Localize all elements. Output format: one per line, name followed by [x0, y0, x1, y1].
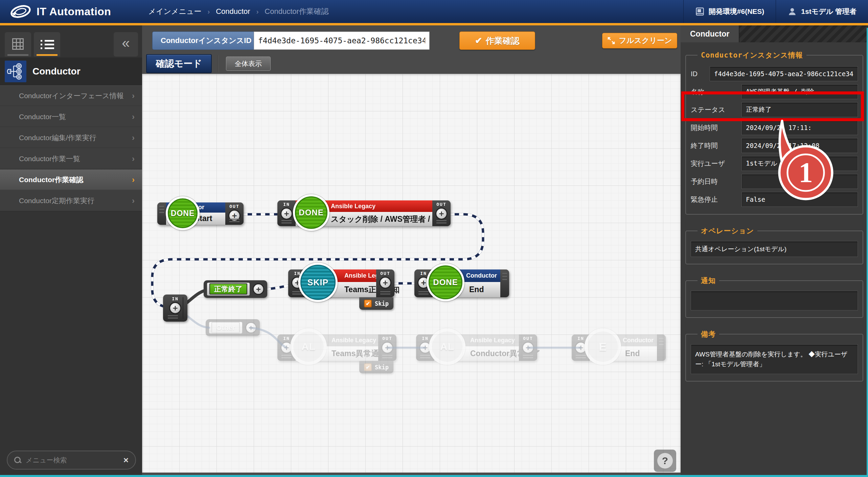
- field-value: [741, 174, 858, 189]
- out-port[interactable]: OUT +: [432, 200, 451, 226]
- info-field-row: ID f4d4e3de-1695-4075-aea2-986cc121ce34: [691, 66, 858, 81]
- app-logo[interactable]: IT Automation: [0, 3, 124, 20]
- sidebar-item-label: Conductor作業一覧: [19, 154, 80, 164]
- breadcrumb-conductor[interactable]: Conductor: [216, 7, 250, 16]
- sidebar-menu-item[interactable]: Conductor一覧 ›: [0, 106, 142, 127]
- work-confirm-button[interactable]: ✔ 作業確認: [459, 31, 535, 50]
- out-port[interactable]: OUT +: [378, 334, 396, 361]
- node-end-success[interactable]: IN + Conductor End DONE: [414, 269, 509, 297]
- search-icon: [14, 457, 21, 463]
- connection-wires: [142, 74, 681, 473]
- note-group: 備考 AWS管理者基盤の削除を実行します。 ◆実行ユーザー: 「1stモデル管理…: [685, 329, 863, 382]
- logo-swirl-icon: [9, 3, 32, 20]
- in-port[interactable]: IN +: [277, 200, 296, 226]
- chevron-right-icon: ›: [132, 175, 135, 185]
- port-connector-icon: +: [280, 342, 293, 354]
- node-teams-error-notify[interactable]: IN + Ansible Legacy Teams異常通知 OUT + AL: [277, 334, 396, 361]
- sidebar-item-label: Conductor編集/作業実行: [19, 133, 96, 143]
- out-port[interactable]: OUT +: [519, 334, 537, 361]
- skip-flag-tag[interactable]: ✔ Skip: [359, 361, 393, 373]
- breadcrumb-main-menu[interactable]: メインメニュー: [148, 6, 201, 17]
- chevron-right-icon: ›: [132, 133, 135, 143]
- skip-flag-tag[interactable]: ✔ Skip: [359, 297, 393, 310]
- status-badge-done: DONE: [295, 196, 327, 229]
- sidebar-menu-group[interactable]: S Conductor: [0, 58, 142, 85]
- sidebar-menu-item[interactable]: Conductor定期作業実行 ›: [0, 190, 142, 211]
- screen: IT Automation メインメニュー › Conductor › Cond…: [0, 0, 868, 477]
- environment-label: 開発環境#6(NES): [709, 7, 764, 16]
- skip-checkbox[interactable]: ✔: [364, 300, 372, 307]
- collapse-icon: «: [122, 35, 130, 51]
- workspace-icon: [695, 7, 705, 16]
- skip-checkbox[interactable]: ✔: [364, 363, 372, 371]
- panel-tab-conductor[interactable]: Conductor: [681, 25, 739, 42]
- tab-list-view[interactable]: [34, 32, 60, 57]
- field-label: 緊急停止: [691, 195, 741, 204]
- tab-grid-view[interactable]: [5, 32, 31, 57]
- sidebar-collapse-button[interactable]: «: [114, 32, 138, 57]
- help-icon: ?: [657, 453, 673, 469]
- node-endcap: [157, 202, 166, 225]
- condition-label: Other: [211, 322, 240, 333]
- sidebar-item-label: Conductor作業確認: [19, 175, 83, 185]
- info-field-row: 予約日時: [691, 174, 858, 189]
- instance-id-input[interactable]: [254, 31, 430, 50]
- status-badge-skip: SKIP: [300, 265, 336, 300]
- node-teams-success-notify[interactable]: IN + Ansible Legacy Teams正常通知 OUT + SKIP: [288, 269, 394, 297]
- confirm-mode-button[interactable]: 確認モード: [146, 54, 212, 73]
- sidebar-menu-item[interactable]: Conductorインターフェース情報 ›: [0, 85, 142, 106]
- port-connector-icon: +: [280, 208, 293, 220]
- node-start[interactable]: Conductor Start OUT + DONE: [157, 202, 244, 225]
- node-stack-delete[interactable]: IN + Ansible Legacy スタック削除 / AWS管理者 / 基盤…: [277, 200, 451, 226]
- sidebar-tabs: «: [0, 25, 142, 58]
- port-connector-icon: +: [228, 210, 241, 222]
- condition-node-other[interactable]: Other +: [206, 319, 260, 336]
- port-connector-icon: +: [522, 342, 534, 354]
- out-port[interactable]: OUT +: [225, 202, 244, 225]
- note-value: AWS管理者基盤の削除を実行します。 ◆実行ユーザー: 「1stモデル管理者」: [691, 344, 858, 374]
- status-badge-done: DONE: [168, 198, 198, 228]
- field-label: 開始時間: [691, 123, 741, 132]
- notice-value: [691, 291, 858, 310]
- sidebar-item-label: Conductor定期作業実行: [19, 196, 94, 205]
- breadcrumb-separator: ›: [207, 8, 210, 16]
- port-connector-icon: +: [419, 342, 431, 354]
- conductor-canvas[interactable]: Conductor Start OUT + DONE IN + Ansible …: [142, 74, 681, 473]
- menu-search: ×: [7, 451, 136, 470]
- field-label: 名称: [691, 87, 741, 96]
- port-connector-icon: +: [575, 342, 587, 354]
- condition-node-success[interactable]: 正常終了 +: [204, 280, 267, 298]
- field-value: 1stモデル 管理者: [741, 156, 858, 171]
- menu-search-input[interactable]: [26, 456, 123, 464]
- environment-selector[interactable]: 開発環境#6(NES): [683, 0, 776, 23]
- status-badge-end: E: [587, 330, 619, 363]
- sidebar-menu-item[interactable]: Conductor作業一覧 ›: [0, 148, 142, 169]
- search-clear-icon[interactable]: ×: [123, 455, 129, 465]
- chevron-right-icon: ›: [132, 196, 135, 205]
- list-icon: [41, 40, 54, 49]
- node-end-error[interactable]: IN + Conductor End E: [572, 334, 666, 361]
- note-legend: 備考: [698, 329, 719, 339]
- port-connector-icon: +: [417, 277, 430, 289]
- node-conductor-error-end[interactable]: IN + Ansible Legacy Conductor異常終了 OUT + …: [416, 334, 537, 361]
- user-menu[interactable]: 1stモデル 管理者: [776, 0, 868, 23]
- chevron-right-icon: ›: [132, 154, 135, 164]
- help-button[interactable]: ?: [654, 450, 676, 472]
- conductor-icon: S: [5, 61, 26, 82]
- user-icon: [787, 7, 797, 16]
- sidebar-menu-item[interactable]: Conductor編集/作業実行 ›: [0, 127, 142, 148]
- field-label: 実行ユーザ: [691, 159, 741, 168]
- sidebar-menu-item[interactable]: Conductor作業確認 ›: [0, 169, 142, 190]
- out-port[interactable]: OUT +: [376, 269, 394, 297]
- fit-view-button[interactable]: 全体表示: [226, 57, 271, 71]
- fullscreen-button[interactable]: フルスクリーン: [602, 33, 677, 48]
- user-label: 1stモデル 管理者: [801, 7, 856, 16]
- node-endcap: [657, 334, 666, 361]
- field-label: 終了時間: [691, 141, 741, 150]
- notice-group: 通知: [685, 276, 863, 318]
- field-value: AWS管理者基盤 / 削除: [741, 84, 858, 99]
- operation-group: オペレーション 共通オペレーション(1stモデル): [685, 226, 863, 264]
- field-value: 正常終了: [741, 102, 858, 117]
- conditional-branch-in-node[interactable]: IN +: [163, 295, 187, 322]
- toolbar-divider: [218, 55, 219, 72]
